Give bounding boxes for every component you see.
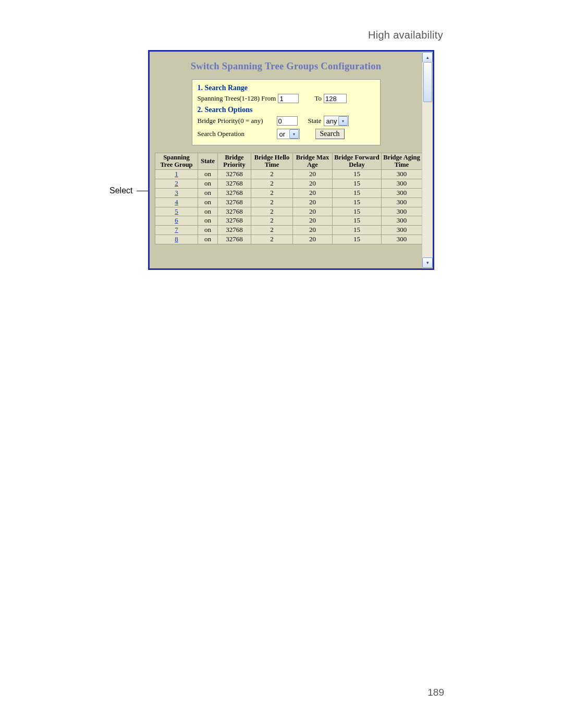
search-operation-label: Search Operation	[198, 130, 275, 138]
cell-hello: 2	[251, 188, 293, 198]
cell-state: on	[198, 226, 218, 235]
group-link[interactable]: 5	[175, 207, 178, 215]
th-state: State	[198, 153, 218, 170]
page-number: 189	[427, 687, 444, 698]
cell-state: on	[198, 188, 218, 198]
cell-priority: 32768	[218, 188, 251, 198]
cell-hello: 2	[251, 169, 293, 179]
cell-max_age: 20	[293, 198, 333, 207]
group-link[interactable]: 7	[175, 226, 178, 233]
th-fwd-delay: Bridge Forward Delay	[333, 153, 382, 170]
cell-max_age: 20	[293, 235, 333, 244]
scroll-up-button[interactable]: ▴	[422, 52, 433, 63]
scroll-thumb[interactable]	[423, 62, 432, 102]
cell-state: on	[198, 235, 218, 244]
table-row: 8on3276822015300	[155, 235, 422, 244]
bridge-priority-label: Bridge Priority(0 = any)	[198, 117, 275, 125]
cell-aging: 300	[382, 198, 422, 207]
bridge-priority-input[interactable]	[277, 116, 298, 126]
cell-fwd_delay: 15	[333, 207, 382, 216]
cell-priority: 32768	[218, 198, 251, 207]
select-callout-text: Select	[109, 186, 132, 195]
cell-fwd_delay: 15	[333, 226, 382, 235]
cell-aging: 300	[382, 235, 422, 244]
th-aging: Bridge Aging Time	[382, 153, 422, 170]
cell-hello: 2	[251, 179, 293, 188]
search-button[interactable]: Search	[315, 129, 345, 139]
operation-select-value: or	[279, 130, 289, 138]
table-row: 7on3276822015300	[155, 226, 422, 235]
cell-state: on	[198, 198, 218, 207]
cell-max_age: 20	[293, 207, 333, 216]
config-frame: Switch Spanning Tree Groups Configuratio…	[148, 50, 434, 270]
state-select-value: any	[326, 117, 338, 125]
search-panel: 1. Search Range Spanning Trees(1-128) Fr…	[192, 79, 381, 145]
state-label: State	[308, 117, 322, 125]
table-row: 3on3276822015300	[155, 188, 422, 198]
cell-max_age: 20	[293, 188, 333, 198]
stp-table: Spanning Tree Group State Bridge Priorit…	[155, 153, 422, 244]
cell-state: on	[198, 179, 218, 188]
page-header-label: High availability	[368, 29, 443, 41]
chevron-down-icon: ▾	[338, 116, 348, 126]
group-link[interactable]: 2	[175, 179, 178, 187]
chevron-down-icon: ▾	[289, 129, 299, 139]
group-link[interactable]: 4	[175, 198, 178, 206]
cell-hello: 2	[251, 226, 293, 235]
cell-aging: 300	[382, 169, 422, 179]
cell-hello: 2	[251, 235, 293, 244]
cell-priority: 32768	[218, 179, 251, 188]
search-options-heading: 2. Search Options	[198, 106, 375, 114]
search-range-label: Spanning Trees(1-128) From	[198, 94, 276, 103]
cell-max_age: 20	[293, 169, 333, 179]
cell-priority: 32768	[218, 235, 251, 244]
cell-state: on	[198, 169, 218, 179]
page-title: Switch Spanning Tree Groups Configuratio…	[155, 61, 417, 72]
table-row: 1on3276822015300	[155, 169, 422, 179]
th-hello: Bridge Hello Time	[251, 153, 293, 170]
th-priority: Bridge Priority	[218, 153, 251, 170]
cell-fwd_delay: 15	[333, 179, 382, 188]
table-row: 4on3276822015300	[155, 198, 422, 207]
cell-priority: 32768	[218, 216, 251, 226]
cell-fwd_delay: 15	[333, 216, 382, 226]
cell-state: on	[198, 207, 218, 216]
operation-select[interactable]: or ▾	[277, 129, 300, 139]
cell-aging: 300	[382, 226, 422, 235]
search-range-heading: 1. Search Range	[198, 84, 375, 92]
group-link[interactable]: 1	[175, 170, 178, 178]
state-select[interactable]: any ▾	[324, 116, 349, 126]
table-row: 6on3276822015300	[155, 216, 422, 226]
th-group: Spanning Tree Group	[155, 153, 198, 170]
cell-fwd_delay: 15	[333, 188, 382, 198]
vertical-scrollbar[interactable]: ▴ ▾	[422, 52, 433, 268]
group-link[interactable]: 8	[175, 235, 178, 243]
th-max-age: Bridge Max Age	[293, 153, 333, 170]
cell-aging: 300	[382, 216, 422, 226]
table-row: 2on3276822015300	[155, 179, 422, 188]
cell-fwd_delay: 15	[333, 198, 382, 207]
cell-priority: 32768	[218, 207, 251, 216]
cell-fwd_delay: 15	[333, 169, 382, 179]
cell-fwd_delay: 15	[333, 235, 382, 244]
group-link[interactable]: 6	[175, 216, 178, 224]
table-row: 5on3276822015300	[155, 207, 422, 216]
cell-max_age: 20	[293, 179, 333, 188]
config-viewport: Switch Spanning Tree Groups Configuratio…	[150, 52, 422, 268]
cell-priority: 32768	[218, 226, 251, 235]
cell-aging: 300	[382, 188, 422, 198]
cell-state: on	[198, 216, 218, 226]
cell-hello: 2	[251, 207, 293, 216]
cell-priority: 32768	[218, 169, 251, 179]
cell-max_age: 20	[293, 226, 333, 235]
cell-hello: 2	[251, 198, 293, 207]
search-range-from-input[interactable]	[278, 94, 299, 103]
cell-max_age: 20	[293, 216, 333, 226]
scroll-down-button[interactable]: ▾	[422, 257, 433, 268]
cell-hello: 2	[251, 216, 293, 226]
search-range-to-label: To	[314, 94, 322, 103]
cell-aging: 300	[382, 207, 422, 216]
cell-aging: 300	[382, 179, 422, 188]
group-link[interactable]: 3	[175, 189, 178, 196]
search-range-to-input[interactable]	[324, 94, 347, 103]
